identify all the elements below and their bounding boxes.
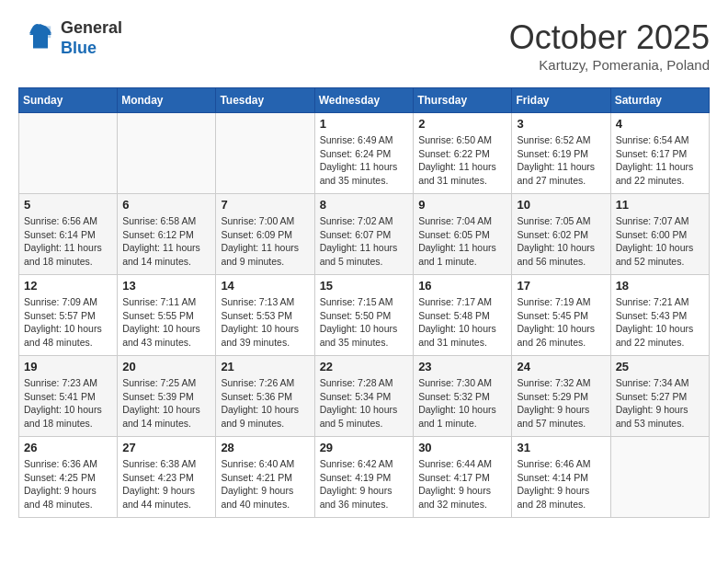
day-info: Sunrise: 7:28 AMSunset: 5:34 PMDaylight:…: [320, 376, 409, 431]
day-number: 25: [616, 360, 704, 373]
calendar-cell: 18Sunrise: 7:21 AMSunset: 5:43 PMDayligh…: [610, 275, 709, 356]
calendar-cell: 20Sunrise: 7:25 AMSunset: 5:39 PMDayligh…: [118, 356, 216, 437]
calendar-cell: 31Sunrise: 6:46 AMSunset: 4:14 PMDayligh…: [512, 437, 610, 518]
day-info: Sunrise: 6:54 AMSunset: 6:17 PMDaylight:…: [616, 133, 704, 188]
calendar-header-row: SundayMondayTuesdayWednesdayThursdayFrid…: [19, 88, 710, 113]
day-number: 29: [320, 441, 409, 454]
calendar-cell: 16Sunrise: 7:17 AMSunset: 5:48 PMDayligh…: [414, 275, 512, 356]
calendar-cell: 27Sunrise: 6:38 AMSunset: 4:23 PMDayligh…: [118, 437, 216, 518]
calendar-cell: 3Sunrise: 6:52 AMSunset: 6:19 PMDaylight…: [512, 113, 610, 194]
calendar-week-row: 5Sunrise: 6:56 AMSunset: 6:14 PMDaylight…: [19, 194, 710, 275]
day-of-week-header: Sunday: [19, 88, 118, 113]
calendar-cell: 5Sunrise: 6:56 AMSunset: 6:14 PMDaylight…: [19, 194, 118, 275]
day-of-week-header: Saturday: [610, 88, 709, 113]
day-number: 5: [24, 198, 112, 212]
day-info: Sunrise: 7:34 AMSunset: 5:27 PMDaylight:…: [616, 376, 704, 431]
calendar-cell: 25Sunrise: 7:34 AMSunset: 5:27 PMDayligh…: [610, 356, 709, 437]
calendar-week-row: 1Sunrise: 6:49 AMSunset: 6:24 PMDaylight…: [19, 113, 710, 194]
day-number: 17: [517, 279, 605, 293]
day-info: Sunrise: 7:25 AMSunset: 5:39 PMDaylight:…: [122, 376, 210, 431]
day-of-week-header: Monday: [118, 88, 216, 113]
calendar-cell: 13Sunrise: 7:11 AMSunset: 5:55 PMDayligh…: [118, 275, 216, 356]
calendar-cell: 17Sunrise: 7:19 AMSunset: 5:45 PMDayligh…: [512, 275, 610, 356]
day-info: Sunrise: 6:58 AMSunset: 6:12 PMDaylight:…: [122, 214, 210, 269]
day-info: Sunrise: 7:11 AMSunset: 5:55 PMDaylight:…: [122, 295, 210, 350]
day-number: 23: [418, 360, 506, 373]
day-info: Sunrise: 7:00 AMSunset: 6:09 PMDaylight:…: [221, 214, 309, 269]
day-info: Sunrise: 7:05 AMSunset: 6:02 PMDaylight:…: [517, 214, 605, 269]
day-info: Sunrise: 6:46 AMSunset: 4:14 PMDaylight:…: [517, 457, 605, 511]
calendar-cell: 9Sunrise: 7:04 AMSunset: 6:05 PMDaylight…: [414, 194, 512, 275]
calendar-cell: 2Sunrise: 6:50 AMSunset: 6:22 PMDaylight…: [414, 113, 512, 194]
day-number: 26: [24, 441, 112, 454]
calendar-cell: 23Sunrise: 7:30 AMSunset: 5:32 PMDayligh…: [414, 356, 512, 437]
day-number: 6: [122, 198, 210, 212]
day-number: 1: [320, 117, 409, 131]
day-number: 9: [418, 198, 506, 212]
day-number: 8: [320, 198, 409, 212]
day-number: 20: [122, 360, 210, 373]
location-subtitle: Kartuzy, Pomerania, Poland: [509, 57, 710, 73]
day-number: 21: [221, 360, 309, 373]
day-info: Sunrise: 6:42 AMSunset: 4:19 PMDaylight:…: [320, 457, 409, 511]
calendar-cell: 28Sunrise: 6:40 AMSunset: 4:21 PMDayligh…: [216, 437, 314, 518]
day-info: Sunrise: 7:04 AMSunset: 6:05 PMDaylight:…: [418, 214, 506, 269]
calendar-cell: 22Sunrise: 7:28 AMSunset: 5:34 PMDayligh…: [314, 356, 414, 437]
day-number: 18: [616, 279, 704, 293]
day-number: 3: [517, 117, 605, 131]
day-info: Sunrise: 7:19 AMSunset: 5:45 PMDaylight:…: [517, 295, 605, 350]
calendar-cell: 21Sunrise: 7:26 AMSunset: 5:36 PMDayligh…: [216, 356, 314, 437]
day-number: 24: [517, 360, 605, 373]
day-number: 19: [24, 360, 112, 373]
day-of-week-header: Friday: [512, 88, 610, 113]
calendar-cell: 24Sunrise: 7:32 AMSunset: 5:29 PMDayligh…: [512, 356, 610, 437]
day-info: Sunrise: 6:50 AMSunset: 6:22 PMDaylight:…: [418, 133, 506, 188]
calendar-cell: [610, 437, 709, 518]
day-number: 12: [24, 279, 112, 293]
day-number: 28: [221, 441, 309, 454]
day-info: Sunrise: 6:56 AMSunset: 6:14 PMDaylight:…: [24, 214, 112, 269]
day-info: Sunrise: 7:15 AMSunset: 5:50 PMDaylight:…: [320, 295, 409, 350]
calendar-cell: 7Sunrise: 7:00 AMSunset: 6:09 PMDaylight…: [216, 194, 314, 275]
calendar-cell: 15Sunrise: 7:15 AMSunset: 5:50 PMDayligh…: [314, 275, 414, 356]
day-number: 7: [221, 198, 309, 212]
calendar-table: SundayMondayTuesdayWednesdayThursdayFrid…: [18, 87, 710, 518]
day-number: 13: [122, 279, 210, 293]
day-of-week-header: Tuesday: [216, 88, 314, 113]
day-info: Sunrise: 6:36 AMSunset: 4:25 PMDaylight:…: [24, 457, 112, 511]
day-info: Sunrise: 7:13 AMSunset: 5:53 PMDaylight:…: [221, 295, 309, 350]
day-info: Sunrise: 7:02 AMSunset: 6:07 PMDaylight:…: [320, 214, 409, 269]
day-info: Sunrise: 6:49 AMSunset: 6:24 PMDaylight:…: [320, 133, 409, 188]
calendar-cell: 6Sunrise: 6:58 AMSunset: 6:12 PMDaylight…: [118, 194, 216, 275]
day-info: Sunrise: 7:09 AMSunset: 5:57 PMDaylight:…: [24, 295, 112, 350]
day-info: Sunrise: 7:30 AMSunset: 5:32 PMDaylight:…: [418, 376, 506, 431]
calendar-cell: 14Sunrise: 7:13 AMSunset: 5:53 PMDayligh…: [216, 275, 314, 356]
day-number: 2: [418, 117, 506, 131]
day-number: 16: [418, 279, 506, 293]
day-info: Sunrise: 6:44 AMSunset: 4:17 PMDaylight:…: [418, 457, 506, 511]
logo: General Blue: [18, 18, 122, 58]
day-number: 10: [517, 198, 605, 212]
page-header: General Blue October 2025 Kartuzy, Pomer…: [18, 18, 710, 73]
day-of-week-header: Wednesday: [314, 88, 414, 113]
day-info: Sunrise: 7:32 AMSunset: 5:29 PMDaylight:…: [517, 376, 605, 431]
calendar-cell: 11Sunrise: 7:07 AMSunset: 6:00 PMDayligh…: [610, 194, 709, 275]
day-info: Sunrise: 6:38 AMSunset: 4:23 PMDaylight:…: [122, 457, 210, 511]
calendar-cell: 30Sunrise: 6:44 AMSunset: 4:17 PMDayligh…: [414, 437, 512, 518]
calendar-week-row: 26Sunrise: 6:36 AMSunset: 4:25 PMDayligh…: [19, 437, 710, 518]
calendar-cell: [19, 113, 118, 194]
day-number: 30: [418, 441, 506, 454]
day-number: 31: [517, 441, 605, 454]
calendar-cell: [216, 113, 314, 194]
calendar-cell: 1Sunrise: 6:49 AMSunset: 6:24 PMDaylight…: [314, 113, 414, 194]
month-title: October 2025: [509, 18, 710, 57]
day-number: 4: [616, 117, 704, 131]
day-info: Sunrise: 6:52 AMSunset: 6:19 PMDaylight:…: [517, 133, 605, 188]
calendar-week-row: 12Sunrise: 7:09 AMSunset: 5:57 PMDayligh…: [19, 275, 710, 356]
day-number: 15: [320, 279, 409, 293]
day-info: Sunrise: 6:40 AMSunset: 4:21 PMDaylight:…: [221, 457, 309, 511]
calendar-cell: 26Sunrise: 6:36 AMSunset: 4:25 PMDayligh…: [19, 437, 118, 518]
logo-icon: [18, 20, 55, 57]
calendar-cell: 10Sunrise: 7:05 AMSunset: 6:02 PMDayligh…: [512, 194, 610, 275]
calendar-week-row: 19Sunrise: 7:23 AMSunset: 5:41 PMDayligh…: [19, 356, 710, 437]
